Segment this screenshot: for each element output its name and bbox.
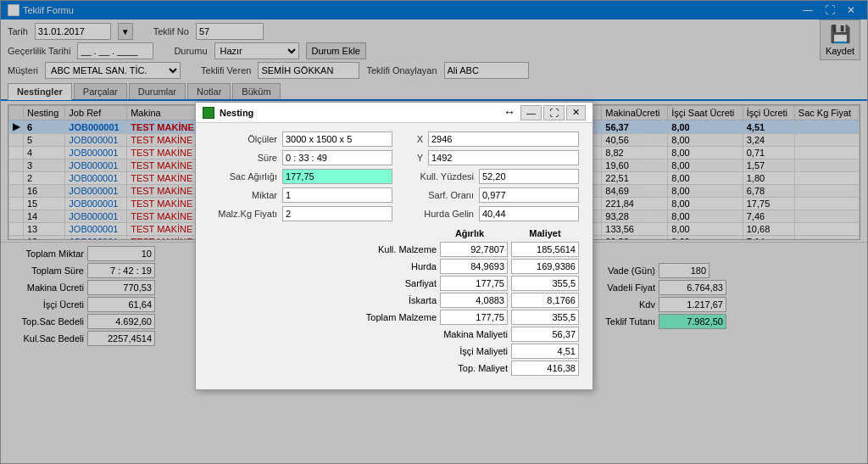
modal-overlay: Nesting ↔ — ⛶ ✕ Ölçüler X	[0, 0, 868, 464]
hurda-cost-row: Hurda	[352, 259, 579, 274]
nesting-icon	[203, 107, 214, 119]
sarfiyat-maliyet[interactable]	[511, 276, 579, 291]
toplam-malzeme-row: Toplam Malzeme	[352, 310, 579, 325]
hurda-gelin-label: Hurda Gelin	[406, 209, 474, 219]
hurda-gelin-input[interactable]	[479, 206, 579, 221]
modal-controls: ↔ — ⛶ ✕	[504, 105, 586, 120]
sure-field: Süre	[209, 150, 392, 165]
top-maliyet-row: Top. Maliyet	[372, 361, 579, 376]
isci-maliyeti-row: İşçi Maliyeti	[372, 344, 579, 359]
miktar-field: Miktar	[209, 187, 392, 203]
modal-title: Nesting	[220, 108, 253, 118]
makina-maliyeti-row: Makina Maliyeti	[372, 327, 579, 342]
hurda-maliyet[interactable]	[511, 259, 579, 274]
modal-title-left: Nesting	[203, 107, 253, 119]
kull-malzeme-label: Kull. Malzeme	[352, 244, 437, 254]
miktar-input[interactable]	[282, 187, 392, 203]
sarf-orani-field: Sarf. Oranı	[406, 187, 579, 203]
maliyet-header: Maliyet	[511, 228, 579, 238]
iskarta-maliyet-modal[interactable]	[511, 293, 579, 308]
top-maliyet-label: Top. Maliyet	[372, 363, 508, 373]
kull-malzeme-maliyet[interactable]	[511, 242, 579, 257]
sarfiyat-agirlik[interactable]	[440, 276, 508, 291]
olcular-field: Ölçüler	[209, 131, 392, 147]
modal-maximize-button[interactable]: ⛶	[543, 105, 565, 120]
isci-maliyeti-input[interactable]	[511, 344, 579, 359]
toplam-malzeme-label: Toplam Malzeme	[352, 312, 437, 322]
y-field: Y	[406, 150, 579, 165]
iskarta-row: İskarta	[352, 293, 579, 308]
modal-minimize-button[interactable]: —	[520, 105, 542, 120]
miktar-label: Miktar	[209, 190, 277, 200]
sac-agirlik-input[interactable]	[282, 169, 392, 184]
kull-yuzdesi-input[interactable]	[479, 169, 579, 184]
malz-kg-fiyat-label: Malz.Kg Fiyatı	[209, 209, 277, 219]
x-field: X	[406, 131, 579, 147]
toplam-malzeme-agirlik[interactable]	[440, 310, 508, 325]
agirlik-header: Ağırlık	[431, 228, 508, 238]
modal-arrows: ↔	[504, 105, 515, 120]
iskarta-agirlik-modal[interactable]	[440, 293, 508, 308]
kull-yuzdesi-field: Kull. Yüzdesi	[406, 169, 579, 184]
kull-malzeme-agirlik[interactable]	[440, 242, 508, 257]
makina-maliyeti-input[interactable]	[511, 327, 579, 342]
olcular-label: Ölçüler	[209, 134, 277, 144]
modal-close-button[interactable]: ✕	[566, 105, 586, 120]
y-label: Y	[406, 153, 423, 163]
modal-title-bar: Nesting ↔ — ⛶ ✕	[196, 103, 593, 123]
nesting-modal: Nesting ↔ — ⛶ ✕ Ölçüler X	[195, 102, 593, 390]
sarf-orani-label: Sarf. Oranı	[406, 190, 474, 200]
isci-maliyeti-label: İşçi Maliyeti	[372, 346, 508, 356]
kull-malzeme-row: Kull. Malzeme	[352, 242, 579, 257]
sac-agirlik-field: Sac Ağırlığı	[209, 169, 392, 184]
olcular-input[interactable]	[282, 131, 392, 147]
sac-agirlik-label: Sac Ağırlığı	[209, 171, 277, 182]
top-maliyet-input[interactable]	[511, 361, 579, 376]
sarfiyat-label: Sarfiyat	[352, 278, 437, 288]
malz-kg-fiyat-field: Malz.Kg Fiyatı	[209, 206, 392, 221]
x-input[interactable]	[428, 131, 579, 147]
x-label: X	[406, 134, 423, 144]
sure-input[interactable]	[282, 150, 392, 165]
sure-label: Süre	[209, 153, 277, 163]
y-input[interactable]	[428, 150, 579, 165]
hurda-cost-label: Hurda	[352, 261, 437, 271]
modal-body: Ölçüler X Süre Y Sac Ağırlığı	[196, 123, 593, 389]
hurda-agirlik[interactable]	[440, 259, 508, 274]
toplam-malzeme-maliyet[interactable]	[511, 310, 579, 325]
sarf-orani-input[interactable]	[479, 187, 579, 203]
malz-kg-fiyat-input[interactable]	[282, 206, 392, 221]
iskarta-label: İskarta	[352, 295, 437, 305]
makina-maliyeti-label: Makina Maliyeti	[372, 329, 508, 339]
kull-yuzdesi-label: Kull. Yüzdesi	[406, 171, 474, 182]
hurda-gelin-field: Hurda Gelin	[406, 206, 579, 221]
sarfiyat-row: Sarfiyat	[352, 276, 579, 291]
